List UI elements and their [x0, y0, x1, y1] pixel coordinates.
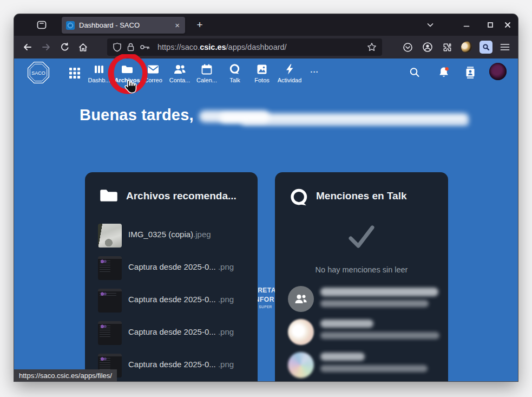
saco-favicon	[66, 21, 75, 30]
browser-toolbar: https://saco.csic.es/apps/dashboard/	[14, 36, 518, 58]
navbar-item-photos[interactable]: Fotos	[247, 63, 277, 83]
pocket-button[interactable]	[399, 39, 416, 55]
home-button[interactable]	[75, 39, 91, 55]
navbar-item-talk[interactable]: Talk	[220, 63, 250, 83]
extensions-button[interactable]	[439, 39, 455, 55]
talk-mention-row[interactable]	[275, 349, 448, 381]
checkmark-icon	[344, 219, 379, 253]
file-extension: .png	[216, 295, 234, 304]
file-row[interactable]: Captura desde 2025-0... .png	[85, 321, 258, 353]
close-window-button[interactable]	[501, 18, 515, 32]
close-icon	[504, 22, 511, 28]
browser-titlebar: Dashboard - SACO × +	[14, 14, 518, 36]
hand-cursor	[123, 79, 138, 95]
nextcloud-dashboard-page: SACO Dashb... Archivos	[14, 58, 518, 381]
files-widget-title: Archivos recomenda...	[126, 190, 237, 202]
redacted-message-smudge	[320, 365, 428, 372]
redacted-message-smudge	[320, 300, 429, 307]
shield-icon[interactable]	[113, 42, 122, 52]
animal-extension-icon	[460, 41, 473, 54]
forward-button[interactable]	[38, 39, 54, 55]
url-bar[interactable]: https://saco.csic.es/apps/dashboard/	[107, 38, 382, 56]
file-name: Captura desde 2025-0...	[128, 360, 216, 369]
contacts-menu-button[interactable]	[464, 66, 477, 79]
bookmark-star-icon[interactable]	[367, 42, 377, 52]
navbar-item-calendar[interactable]: Calen...	[192, 63, 222, 83]
photos-icon	[256, 63, 268, 75]
file-row[interactable]: Captura desde 2025-0... .png	[85, 288, 258, 321]
file-name: Captura desde 2025-0...	[128, 327, 216, 336]
talk-mention-row[interactable]	[275, 316, 448, 349]
file-thumbnail-screenshot	[98, 321, 122, 345]
extension-animal-button[interactable]	[458, 39, 475, 55]
talk-widget-title: Menciones en Talk	[316, 190, 407, 202]
reload-button[interactable]	[57, 39, 73, 55]
new-tab-button[interactable]: +	[193, 18, 207, 32]
minimize-button[interactable]	[459, 18, 474, 32]
url-path: /apps/dashboard/	[226, 43, 287, 51]
talk-icon	[289, 187, 310, 208]
saco-logo-text: SACO	[31, 70, 45, 76]
redacted-message-smudge	[320, 332, 439, 339]
activity-lightning-icon	[284, 63, 295, 75]
tab-title: Dashboard - SACO	[79, 21, 170, 29]
folder-icon	[99, 187, 119, 204]
hamburger-icon	[500, 43, 510, 51]
file-row[interactable]: Captura desde 2025-0... .png	[85, 256, 258, 288]
account-button[interactable]	[419, 39, 436, 55]
url-text[interactable]: https://saco.csic.es/apps/dashboard/	[157, 43, 367, 51]
file-extension: .jpeg	[193, 230, 211, 239]
minimize-icon	[463, 22, 470, 28]
file-thumbnail-screenshot	[98, 289, 122, 313]
user-avatar[interactable]	[489, 63, 507, 80]
tab-dashboard-saco[interactable]: Dashboard - SACO ×	[62, 17, 185, 34]
redacted-name-smudge	[320, 320, 373, 328]
url-prefix: https://saco.	[157, 43, 200, 51]
group-avatar	[288, 286, 314, 312]
contacts-badge-icon	[464, 66, 477, 79]
passkey-icon[interactable]	[140, 43, 150, 51]
redacted-name-smudge	[320, 288, 438, 296]
navbar-label-photos: Fotos	[254, 77, 270, 83]
navbar-item-activity[interactable]: Actividad	[274, 63, 305, 83]
firefox-view-icon	[36, 19, 47, 30]
lock-icon[interactable]	[127, 42, 135, 52]
browser-window: Dashboard - SACO × +	[14, 14, 518, 381]
talk-empty-message: No hay menciones sin leer	[275, 265, 448, 274]
back-icon	[23, 42, 32, 52]
talk-icon	[229, 63, 241, 75]
user-avatar-blurred	[288, 319, 314, 345]
search-extension-icon	[480, 41, 492, 54]
back-button[interactable]	[19, 39, 36, 55]
tab-close-button[interactable]: ×	[174, 21, 181, 30]
maximize-button[interactable]	[483, 18, 497, 32]
files-widget-header	[99, 187, 119, 204]
home-icon	[78, 42, 88, 53]
list-tabs-button[interactable]	[423, 18, 437, 32]
bell-icon	[437, 66, 451, 80]
contacts-people-icon	[173, 63, 187, 75]
group-icon	[294, 293, 308, 305]
screenshot-stage: Dashboard - SACO × +	[0, 0, 532, 397]
navbar-label-activity: Actividad	[278, 77, 302, 83]
widget-recommended-files: Archivos recomenda... IMG_0325 (copia).j…	[85, 172, 258, 381]
firefox-view-button[interactable]	[35, 18, 49, 32]
talk-widget-header	[289, 187, 310, 208]
navbar-label-contacts: Conta...	[169, 77, 191, 83]
extension-search-button[interactable]	[478, 39, 494, 55]
saco-logo[interactable]: SACO	[26, 60, 51, 85]
talk-mention-row[interactable]	[275, 283, 448, 316]
navbar-more-button[interactable]: ...	[307, 65, 322, 74]
file-row[interactable]: IMG_0325 (copia).jpeg	[85, 223, 258, 256]
calendar-icon	[201, 63, 213, 75]
file-extension: .png	[216, 360, 234, 369]
unified-search-button[interactable]	[409, 67, 421, 79]
greeting-heading: Buenas tardes,	[80, 106, 194, 124]
menu-button[interactable]	[497, 39, 513, 55]
puzzle-icon	[442, 42, 452, 53]
file-extension: .png	[216, 262, 234, 271]
apps-grid-button[interactable]	[68, 67, 81, 80]
navbar-item-contacts[interactable]: Conta...	[165, 63, 195, 83]
notifications-button[interactable]	[437, 66, 451, 80]
widget-talk-mentions: Menciones en Talk No hay menciones sin l…	[275, 172, 448, 381]
